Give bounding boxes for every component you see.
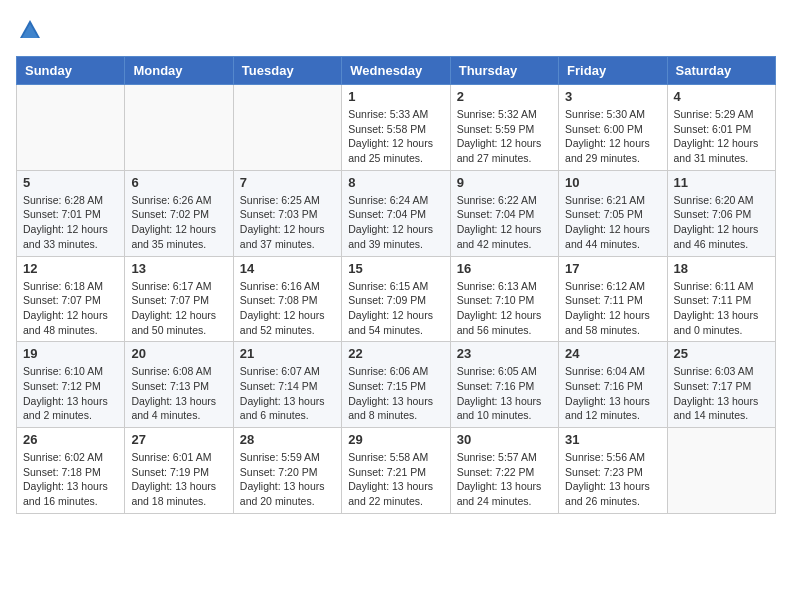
table-row: 31Sunrise: 5:56 AM Sunset: 7:23 PM Dayli…: [559, 428, 667, 514]
day-info: Sunrise: 6:06 AM Sunset: 7:15 PM Dayligh…: [348, 364, 443, 423]
day-number: 10: [565, 175, 660, 190]
weekday-header-tuesday: Tuesday: [233, 57, 341, 85]
day-number: 6: [131, 175, 226, 190]
logo: [16, 16, 48, 44]
day-info: Sunrise: 6:17 AM Sunset: 7:07 PM Dayligh…: [131, 279, 226, 338]
day-info: Sunrise: 6:04 AM Sunset: 7:16 PM Dayligh…: [565, 364, 660, 423]
day-number: 5: [23, 175, 118, 190]
table-row: 20Sunrise: 6:08 AM Sunset: 7:13 PM Dayli…: [125, 342, 233, 428]
day-number: 24: [565, 346, 660, 361]
day-number: 19: [23, 346, 118, 361]
table-row: 15Sunrise: 6:15 AM Sunset: 7:09 PM Dayli…: [342, 256, 450, 342]
day-info: Sunrise: 6:18 AM Sunset: 7:07 PM Dayligh…: [23, 279, 118, 338]
day-number: 28: [240, 432, 335, 447]
day-info: Sunrise: 6:26 AM Sunset: 7:02 PM Dayligh…: [131, 193, 226, 252]
table-row: 14Sunrise: 6:16 AM Sunset: 7:08 PM Dayli…: [233, 256, 341, 342]
day-info: Sunrise: 6:25 AM Sunset: 7:03 PM Dayligh…: [240, 193, 335, 252]
day-number: 15: [348, 261, 443, 276]
day-info: Sunrise: 6:10 AM Sunset: 7:12 PM Dayligh…: [23, 364, 118, 423]
day-number: 25: [674, 346, 769, 361]
day-number: 13: [131, 261, 226, 276]
day-info: Sunrise: 5:58 AM Sunset: 7:21 PM Dayligh…: [348, 450, 443, 509]
logo-icon: [16, 16, 44, 44]
day-info: Sunrise: 6:13 AM Sunset: 7:10 PM Dayligh…: [457, 279, 552, 338]
day-info: Sunrise: 5:33 AM Sunset: 5:58 PM Dayligh…: [348, 107, 443, 166]
day-info: Sunrise: 6:28 AM Sunset: 7:01 PM Dayligh…: [23, 193, 118, 252]
table-row: [17, 85, 125, 171]
table-row: 1Sunrise: 5:33 AM Sunset: 5:58 PM Daylig…: [342, 85, 450, 171]
table-row: 3Sunrise: 5:30 AM Sunset: 6:00 PM Daylig…: [559, 85, 667, 171]
table-row: [667, 428, 775, 514]
table-row: 24Sunrise: 6:04 AM Sunset: 7:16 PM Dayli…: [559, 342, 667, 428]
table-row: 17Sunrise: 6:12 AM Sunset: 7:11 PM Dayli…: [559, 256, 667, 342]
day-info: Sunrise: 5:29 AM Sunset: 6:01 PM Dayligh…: [674, 107, 769, 166]
weekday-header-monday: Monday: [125, 57, 233, 85]
day-number: 31: [565, 432, 660, 447]
table-row: 19Sunrise: 6:10 AM Sunset: 7:12 PM Dayli…: [17, 342, 125, 428]
day-number: 14: [240, 261, 335, 276]
day-info: Sunrise: 6:08 AM Sunset: 7:13 PM Dayligh…: [131, 364, 226, 423]
weekday-header-sunday: Sunday: [17, 57, 125, 85]
calendar-week-row: 5Sunrise: 6:28 AM Sunset: 7:01 PM Daylig…: [17, 170, 776, 256]
day-info: Sunrise: 6:22 AM Sunset: 7:04 PM Dayligh…: [457, 193, 552, 252]
day-info: Sunrise: 6:21 AM Sunset: 7:05 PM Dayligh…: [565, 193, 660, 252]
calendar-week-row: 12Sunrise: 6:18 AM Sunset: 7:07 PM Dayli…: [17, 256, 776, 342]
calendar-table: SundayMondayTuesdayWednesdayThursdayFrid…: [16, 56, 776, 514]
table-row: 11Sunrise: 6:20 AM Sunset: 7:06 PM Dayli…: [667, 170, 775, 256]
table-row: 26Sunrise: 6:02 AM Sunset: 7:18 PM Dayli…: [17, 428, 125, 514]
day-number: 29: [348, 432, 443, 447]
day-info: Sunrise: 5:30 AM Sunset: 6:00 PM Dayligh…: [565, 107, 660, 166]
table-row: 30Sunrise: 5:57 AM Sunset: 7:22 PM Dayli…: [450, 428, 558, 514]
day-number: 21: [240, 346, 335, 361]
weekday-header-wednesday: Wednesday: [342, 57, 450, 85]
day-info: Sunrise: 6:03 AM Sunset: 7:17 PM Dayligh…: [674, 364, 769, 423]
day-number: 1: [348, 89, 443, 104]
day-number: 2: [457, 89, 552, 104]
day-number: 16: [457, 261, 552, 276]
day-info: Sunrise: 5:56 AM Sunset: 7:23 PM Dayligh…: [565, 450, 660, 509]
day-info: Sunrise: 6:02 AM Sunset: 7:18 PM Dayligh…: [23, 450, 118, 509]
table-row: 23Sunrise: 6:05 AM Sunset: 7:16 PM Dayli…: [450, 342, 558, 428]
table-row: 29Sunrise: 5:58 AM Sunset: 7:21 PM Dayli…: [342, 428, 450, 514]
day-info: Sunrise: 6:11 AM Sunset: 7:11 PM Dayligh…: [674, 279, 769, 338]
day-number: 9: [457, 175, 552, 190]
weekday-header-row: SundayMondayTuesdayWednesdayThursdayFrid…: [17, 57, 776, 85]
table-row: 2Sunrise: 5:32 AM Sunset: 5:59 PM Daylig…: [450, 85, 558, 171]
table-row: 22Sunrise: 6:06 AM Sunset: 7:15 PM Dayli…: [342, 342, 450, 428]
day-info: Sunrise: 6:24 AM Sunset: 7:04 PM Dayligh…: [348, 193, 443, 252]
table-row: 12Sunrise: 6:18 AM Sunset: 7:07 PM Dayli…: [17, 256, 125, 342]
table-row: [233, 85, 341, 171]
day-info: Sunrise: 6:16 AM Sunset: 7:08 PM Dayligh…: [240, 279, 335, 338]
table-row: 7Sunrise: 6:25 AM Sunset: 7:03 PM Daylig…: [233, 170, 341, 256]
day-info: Sunrise: 6:07 AM Sunset: 7:14 PM Dayligh…: [240, 364, 335, 423]
day-info: Sunrise: 5:32 AM Sunset: 5:59 PM Dayligh…: [457, 107, 552, 166]
day-number: 27: [131, 432, 226, 447]
day-number: 26: [23, 432, 118, 447]
day-info: Sunrise: 6:12 AM Sunset: 7:11 PM Dayligh…: [565, 279, 660, 338]
day-number: 7: [240, 175, 335, 190]
day-number: 8: [348, 175, 443, 190]
table-row: 6Sunrise: 6:26 AM Sunset: 7:02 PM Daylig…: [125, 170, 233, 256]
day-number: 3: [565, 89, 660, 104]
day-info: Sunrise: 6:01 AM Sunset: 7:19 PM Dayligh…: [131, 450, 226, 509]
day-number: 22: [348, 346, 443, 361]
calendar-week-row: 26Sunrise: 6:02 AM Sunset: 7:18 PM Dayli…: [17, 428, 776, 514]
day-info: Sunrise: 6:05 AM Sunset: 7:16 PM Dayligh…: [457, 364, 552, 423]
table-row: 10Sunrise: 6:21 AM Sunset: 7:05 PM Dayli…: [559, 170, 667, 256]
table-row: 18Sunrise: 6:11 AM Sunset: 7:11 PM Dayli…: [667, 256, 775, 342]
table-row: 8Sunrise: 6:24 AM Sunset: 7:04 PM Daylig…: [342, 170, 450, 256]
calendar-week-row: 1Sunrise: 5:33 AM Sunset: 5:58 PM Daylig…: [17, 85, 776, 171]
table-row: 5Sunrise: 6:28 AM Sunset: 7:01 PM Daylig…: [17, 170, 125, 256]
day-info: Sunrise: 6:20 AM Sunset: 7:06 PM Dayligh…: [674, 193, 769, 252]
weekday-header-friday: Friday: [559, 57, 667, 85]
table-row: 28Sunrise: 5:59 AM Sunset: 7:20 PM Dayli…: [233, 428, 341, 514]
page-header: [16, 16, 776, 44]
table-row: [125, 85, 233, 171]
day-number: 11: [674, 175, 769, 190]
day-number: 4: [674, 89, 769, 104]
day-number: 18: [674, 261, 769, 276]
day-number: 23: [457, 346, 552, 361]
day-info: Sunrise: 6:15 AM Sunset: 7:09 PM Dayligh…: [348, 279, 443, 338]
calendar-week-row: 19Sunrise: 6:10 AM Sunset: 7:12 PM Dayli…: [17, 342, 776, 428]
day-number: 20: [131, 346, 226, 361]
